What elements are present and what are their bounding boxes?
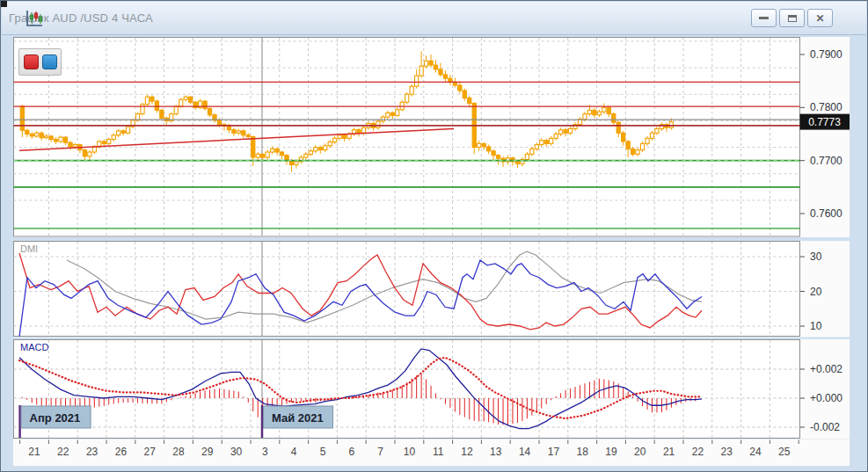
- price-tick-label: 0.7700: [810, 155, 842, 167]
- date-label: 22: [692, 446, 704, 458]
- macd-indicator-canvas[interactable]: MACDАпр 2021Май 2021+0.002+0.000-0.002: [13, 339, 850, 439]
- date-label: 24: [749, 446, 762, 458]
- price-tick-label: 0.7900: [810, 48, 842, 61]
- minimize-button[interactable]: [751, 9, 777, 27]
- date-label: 21: [28, 446, 40, 458]
- month-badge-label: Май 2021: [272, 411, 324, 425]
- date-label: 27: [144, 446, 157, 458]
- price-tick-label: 0.7600: [810, 207, 842, 220]
- chart-toolbar: [18, 48, 62, 76]
- month-badge-label: Апр 2021: [30, 411, 81, 425]
- minimize-icon: [759, 17, 769, 19]
- restore-button[interactable]: [779, 9, 805, 27]
- date-label: 30: [230, 446, 243, 458]
- date-axis: 2122232627282930345671011121314171819202…: [13, 439, 850, 467]
- macd-label: MACD: [20, 342, 48, 352]
- date-label: 23: [721, 446, 733, 458]
- date-label: 5: [320, 446, 326, 458]
- window-titlebar[interactable]: График AUD /USD 4 ЧАСА ✕: [2, 2, 866, 35]
- dmi-tick-label: 10: [810, 320, 822, 332]
- macd-tick-label: +0.002: [810, 363, 842, 375]
- date-label: 7: [377, 446, 383, 458]
- date-label: 22: [57, 446, 69, 458]
- date-label: 13: [490, 446, 502, 458]
- price-chart-canvas[interactable]: 0.79000.78000.77000.76000.7773: [13, 37, 850, 238]
- date-label: 17: [548, 446, 560, 458]
- date-label: 25: [778, 446, 791, 458]
- date-label: 23: [86, 446, 98, 458]
- date-label: 19: [605, 446, 617, 458]
- dmi-tick-label: 30: [810, 251, 822, 263]
- candlestick-chart-icon: [25, 9, 44, 28]
- date-label: 4: [291, 446, 297, 458]
- current-price-value: 0.7773: [808, 116, 841, 128]
- date-label: 29: [201, 446, 214, 458]
- date-label: 21: [663, 446, 675, 458]
- date-label: 14: [519, 446, 531, 458]
- restore-icon: [788, 15, 797, 22]
- macd-tick-label: -0.002: [810, 421, 840, 433]
- date-label: 11: [433, 446, 444, 458]
- date-label: 3: [262, 446, 268, 458]
- dmi-indicator-canvas[interactable]: DMI302010: [13, 241, 850, 338]
- chart-window: График AUD /USD 4 ЧАСА ✕ 0.79000.78000.7…: [0, 0, 868, 472]
- dmi-tick-label: 20: [810, 286, 822, 298]
- date-label: 18: [577, 446, 589, 458]
- macd-tick-label: +0.000: [810, 392, 842, 404]
- date-label: 28: [172, 446, 185, 458]
- close-icon: ✕: [815, 13, 824, 24]
- sell-button[interactable]: [24, 54, 39, 69]
- price-tick-label: 0.7800: [810, 101, 842, 113]
- dmi-label: DMI: [20, 243, 38, 254]
- close-button[interactable]: ✕: [807, 9, 833, 27]
- window-corner-artifact: [1, 1, 7, 7]
- date-label: 12: [461, 446, 473, 458]
- date-label: 26: [115, 446, 128, 458]
- date-label: 20: [634, 446, 646, 458]
- buy-button[interactable]: [42, 54, 57, 69]
- date-label: 10: [404, 446, 416, 458]
- date-label: 6: [348, 446, 354, 458]
